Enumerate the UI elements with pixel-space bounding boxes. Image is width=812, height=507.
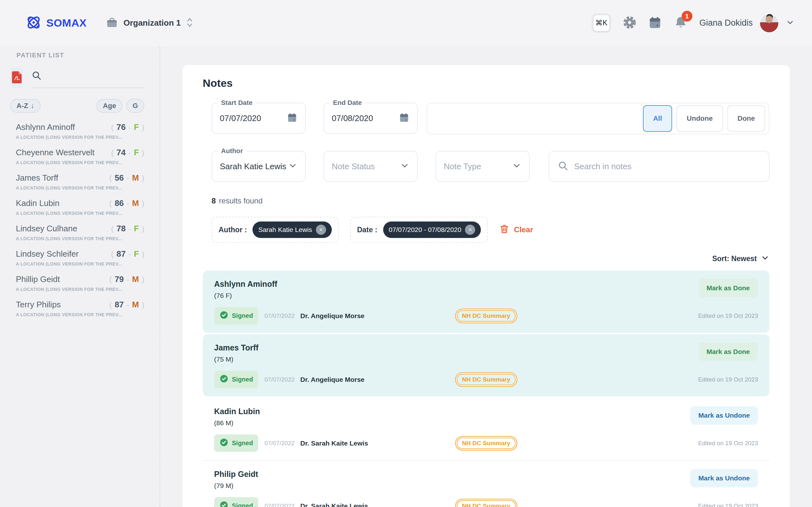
- check-badge-icon: [219, 500, 229, 507]
- user-name: Giana Dokidis: [699, 18, 753, 28]
- briefcase-icon: [106, 16, 118, 30]
- mark-done-toggle-button[interactable]: Mark as Done: [698, 279, 758, 297]
- note-patient-name: Ashlynn Aminoff: [214, 279, 277, 289]
- chevron-updown-icon: [186, 17, 194, 29]
- start-date-label: Start Date: [218, 99, 256, 107]
- start-date-value: 07/07/2020: [220, 113, 261, 123]
- mark-done-toggle-button[interactable]: Mark as Done: [698, 343, 758, 361]
- patient-location: A LOCATION (LONG VERSION FOR THE PREV...: [16, 262, 144, 267]
- notes-search-input[interactable]: [574, 162, 761, 171]
- notifications-button[interactable]: 1: [673, 15, 688, 31]
- patient-list-item[interactable]: Ashlynn Aminoff ( 76 - F ) A LOCATION (L…: [16, 122, 144, 140]
- tab-all[interactable]: All: [643, 105, 672, 132]
- sort-gender-button[interactable]: G: [126, 99, 144, 113]
- patient-age-gender: ( 74 - F ): [111, 148, 144, 158]
- patient-age-gender: ( 87 - F ): [111, 249, 144, 259]
- command-palette-button[interactable]: ⌘K: [592, 13, 611, 33]
- patient-list-item[interactable]: Lindsey Culhane ( 78 - F ) A LOCATION (L…: [16, 224, 144, 241]
- note-patient-name: Kadin Lubin: [214, 406, 260, 416]
- patient-location: A LOCATION (LONG VERSION FOR THE PREV...: [16, 211, 144, 216]
- atom-logo-icon: [26, 14, 42, 32]
- calendar-icon: [648, 15, 662, 31]
- patient-age-gender: ( 79 - M ): [109, 274, 144, 284]
- note-date: 07/07/2022: [264, 376, 295, 383]
- end-date-value: 07/08/2020: [332, 113, 373, 123]
- note-card[interactable]: James Torff (75 M) Mark as Done Signed 0: [203, 334, 769, 396]
- chevron-down-icon: [400, 161, 409, 172]
- date-chip-label: Date :: [357, 226, 377, 234]
- note-card[interactable]: Philip Geidt (79 M) Mark as Undone Signe…: [203, 460, 769, 507]
- results-count-line: 8results found: [212, 196, 769, 205]
- status-badge: Signed: [214, 371, 258, 388]
- sort-az-button[interactable]: A-Z ↓: [10, 99, 41, 113]
- note-type-badge: NH DC Summary: [455, 372, 517, 387]
- clear-filters-button[interactable]: Clear: [499, 224, 533, 236]
- sort-control[interactable]: Sort: Newest: [203, 253, 769, 264]
- note-type-badge: NH DC Summary: [455, 308, 517, 323]
- clear-label: Clear: [514, 225, 533, 234]
- patient-list-item[interactable]: James Torff ( 56 - M ) A LOCATION (LONG …: [16, 173, 144, 190]
- patient-list-item[interactable]: Terry Philips ( 87 - M ) A LOCATION (LON…: [16, 300, 144, 317]
- command-k-shortcut: ⌘K: [594, 15, 609, 31]
- author-select[interactable]: Author Sarah Katie Lewis: [212, 151, 306, 182]
- note-doctor: Dr. Sarah Kaite Lewis: [300, 440, 368, 447]
- user-menu[interactable]: Giana Dokidis: [699, 13, 795, 33]
- patient-age-gender: ( 87 - M ): [109, 300, 144, 309]
- organization-switcher[interactable]: Organization 1: [106, 16, 194, 30]
- calendar-button[interactable]: [648, 15, 662, 31]
- start-date-field[interactable]: Start Date 07/07/2020: [212, 103, 306, 134]
- calendar-icon[interactable]: [287, 112, 298, 124]
- patient-name: Lindsey Schleifer: [16, 249, 79, 259]
- results-count: 8: [212, 196, 216, 205]
- patient-list-item[interactable]: Phillip Geidt ( 79 - M ) A LOCATION (LON…: [16, 274, 144, 292]
- note-doctor: Dr. Angelique Morse: [300, 312, 364, 320]
- top-bar: SOMAX Organization 1 ⌘K: [0, 0, 812, 46]
- search-icon: [32, 70, 42, 82]
- patient-search-input[interactable]: [46, 72, 144, 80]
- close-icon[interactable]: ×: [465, 225, 475, 235]
- patient-list-sidebar: PATIENT LIST A-Z: [0, 46, 160, 507]
- settings-button[interactable]: [623, 15, 637, 31]
- status-label: Signed: [232, 312, 253, 320]
- note-type-badge: NH DC Summary: [455, 436, 517, 451]
- status-badge: Signed: [214, 497, 258, 507]
- date-chip-value: 07/07/2020 - 07/08/2020 ×: [383, 222, 481, 238]
- note-patient-meta: (76 F): [214, 292, 277, 299]
- sort-age-button[interactable]: Age: [96, 99, 122, 113]
- export-pdf-button[interactable]: [10, 67, 23, 88]
- status-badge: Signed: [214, 435, 258, 452]
- check-badge-icon: [219, 310, 229, 321]
- note-doctor: Dr. Angelique Morse: [300, 376, 364, 383]
- mark-done-toggle-button[interactable]: Mark as Undone: [690, 469, 758, 487]
- notification-badge: 1: [681, 11, 693, 21]
- patient-list-item[interactable]: Lindsey Schleifer ( 87 - F ) A LOCATION …: [16, 249, 144, 267]
- note-card[interactable]: Kadin Lubin (86 M) Mark as Undone Signed: [203, 398, 769, 460]
- patient-age-gender: ( 78 - F ): [111, 224, 144, 233]
- note-card[interactable]: Ashlynn Aminoff (76 F) Mark as Done Sign…: [203, 271, 769, 333]
- note-type-select[interactable]: Note Type: [436, 151, 530, 182]
- tab-undone[interactable]: Undone: [676, 105, 723, 132]
- patient-age-gender: ( 76 - F ): [111, 122, 144, 132]
- tab-done[interactable]: Done: [727, 105, 765, 132]
- check-badge-icon: [219, 374, 229, 385]
- mark-done-toggle-button[interactable]: Mark as Undone: [690, 406, 758, 425]
- note-patient-meta: (79 M): [214, 482, 258, 490]
- calendar-icon[interactable]: [399, 112, 409, 124]
- patient-age-gender: ( 56 - M ): [109, 173, 144, 183]
- note-patient-meta: (75 M): [214, 355, 258, 363]
- end-date-field[interactable]: End Date 07/08/2020: [323, 103, 418, 134]
- patient-location: A LOCATION (LONG VERSION FOR THE PREV...: [16, 287, 144, 292]
- note-date: 07/07/2022: [264, 313, 295, 320]
- note-patient-meta: (86 M): [214, 419, 260, 427]
- note-date: 07/07/2022: [264, 440, 295, 447]
- patient-name: Ashlynn Aminoff: [16, 122, 75, 132]
- brand-name: SOMAX: [46, 17, 87, 29]
- close-icon[interactable]: ×: [316, 225, 326, 235]
- note-status-select[interactable]: Note Status: [323, 151, 418, 182]
- patient-location: A LOCATION (LONG VERSION FOR THE PREV...: [16, 185, 144, 190]
- patient-list-item[interactable]: Cheyenne Westervelt ( 74 - F ) A LOCATIO…: [16, 148, 144, 165]
- trash-icon: [499, 224, 509, 236]
- note-edited-timestamp: Edited on 19 Oct 2023: [698, 503, 758, 507]
- patient-search: [32, 69, 144, 88]
- patient-list-item[interactable]: Kadin Lubin ( 86 - M ) A LOCATION (LONG …: [16, 199, 144, 216]
